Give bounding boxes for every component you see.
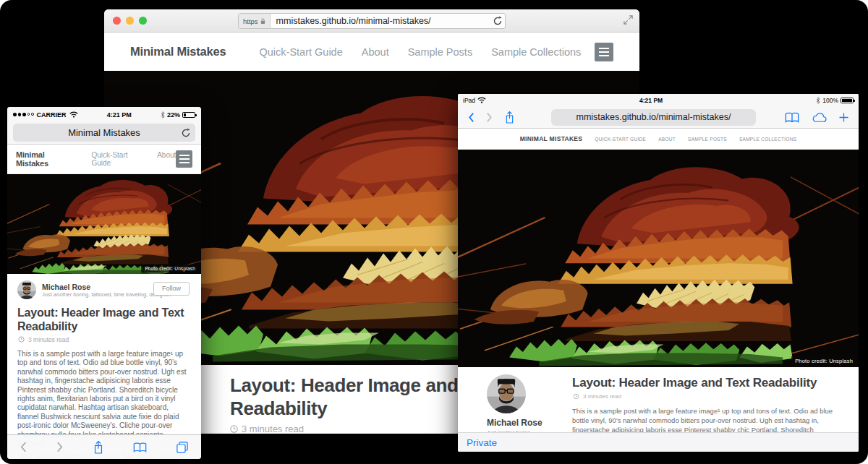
header-image: Photo credit: Unsplash xyxy=(458,150,859,367)
read-time-label: 3 minutes read xyxy=(583,393,621,400)
nav-link-quick-start[interactable]: QUICK-START GUIDE xyxy=(595,137,646,142)
desktop-site-nav: Minimal Mistakes Quick-Start Guide About… xyxy=(104,33,639,71)
battery-icon xyxy=(182,112,195,118)
bookmarks-button[interactable] xyxy=(133,442,147,452)
photo-credit-badge: Photo credit: Unsplash xyxy=(791,356,856,366)
author-avatar xyxy=(17,280,36,299)
desktop-browser-chrome: https mmistakes.github.io/minimal-mistak… xyxy=(104,9,639,33)
menu-hamburger-button[interactable] xyxy=(595,43,613,61)
zoom-window-button[interactable] xyxy=(139,17,147,25)
bluetooth-icon-wrap xyxy=(161,111,165,119)
ipad-address-field[interactable]: mmistakes.github.io/minimal-mistakes/ xyxy=(551,109,756,126)
wifi-icon xyxy=(477,97,486,103)
iphone-url-bar: Minimal Mistakes xyxy=(7,122,201,145)
close-window-button[interactable] xyxy=(113,17,121,25)
page-title-label: Minimal Mistakes xyxy=(68,127,140,138)
nav-link-about[interactable]: ABOUT xyxy=(658,137,676,142)
site-brand-link[interactable]: Minimal Mistakes xyxy=(130,45,226,59)
nav-link-quick-start[interactable]: Quick-Start Guide xyxy=(260,46,343,58)
refresh-icon xyxy=(181,128,191,138)
nav-link-sample-collections[interactable]: Sample Collections xyxy=(491,46,581,58)
site-brand-link[interactable]: MINIMAL MISTAKES xyxy=(520,135,583,142)
url-text: mmistakes.github.io/minimal-mistakes/ xyxy=(271,16,490,26)
nav-link-sample-posts[interactable]: Sample Posts xyxy=(408,46,472,58)
https-label: https xyxy=(243,17,258,25)
tabs-button[interactable] xyxy=(176,442,188,453)
window-controls xyxy=(113,17,147,25)
leaves-photo xyxy=(458,150,859,367)
private-label[interactable]: Private xyxy=(467,437,497,448)
ipad-browser-toolbar: mmistakes.github.io/minimal-mistakes/ xyxy=(458,106,859,129)
fullscreen-icon[interactable] xyxy=(624,15,633,25)
leaves-photo xyxy=(7,174,201,274)
share-button[interactable] xyxy=(93,440,104,455)
author-name: Michael Rose xyxy=(487,418,542,427)
minimize-window-button[interactable] xyxy=(126,17,134,25)
carrier-label: CARRIER xyxy=(37,111,67,119)
clock-icon xyxy=(230,425,238,433)
follow-button[interactable]: Follow xyxy=(153,282,190,296)
forward-button[interactable] xyxy=(56,442,63,452)
clock-icon-wrap xyxy=(18,336,25,343)
nav-links: Quick-Start Guide About Sample Posts Sam… xyxy=(260,46,582,58)
icloud-tabs-icon[interactable] xyxy=(811,112,827,123)
nav-link-about[interactable]: About xyxy=(362,46,389,58)
header-image: Photo credit: Unsplash xyxy=(7,174,201,274)
ipad-safari-window: iPad 4:21 PM 100% mmistake xyxy=(458,94,859,452)
wifi-icon xyxy=(69,111,78,118)
safari-bottom-toolbar xyxy=(7,434,201,459)
ipad-article: Michael Rose Just another boring, tattoo… xyxy=(458,367,859,432)
responsive-showcase: https mmistakes.github.io/minimal-mistak… xyxy=(0,0,868,464)
bluetooth-icon-wrap xyxy=(816,97,820,104)
battery-icon xyxy=(841,98,854,103)
nav-link-sample-posts[interactable]: SAMPLE POSTS xyxy=(688,137,727,142)
iphone-status-bar: CARRIER 4:21 PM 22% xyxy=(7,107,201,122)
author-row: Michael Rose Just another boring, tattoo… xyxy=(17,280,191,300)
author-sidebar: Michael Rose Just another boring, tattoo… xyxy=(477,367,552,432)
clock-icon xyxy=(18,336,25,343)
address-bar[interactable]: https mmistakes.github.io/minimal-mistak… xyxy=(238,13,506,29)
iphone-address-field[interactable]: Minimal Mistakes xyxy=(13,124,195,142)
iphone-safari-window: CARRIER 4:21 PM 22% Minimal Mistakes Min… xyxy=(7,107,201,459)
private-browsing-bar: Private xyxy=(458,432,859,452)
read-time: 3 minutes read xyxy=(17,335,191,343)
nav-link-quick-start[interactable]: Quick-Start Guide xyxy=(91,151,144,167)
site-brand-link[interactable]: Minimal Mistakes xyxy=(16,150,75,168)
bookmarks-button[interactable] xyxy=(785,112,799,123)
author-bio: Just another boring, tattooed, time trav… xyxy=(42,291,171,298)
share-button[interactable] xyxy=(504,111,515,124)
clock-icon-wrap xyxy=(573,393,579,399)
battery-percent: 22% xyxy=(167,111,180,119)
photo-credit-badge: Photo credit: Unsplash xyxy=(141,265,199,272)
author-avatar-image xyxy=(487,374,526,413)
clock-icon xyxy=(573,393,579,399)
iphone-site-nav: Minimal Mistakes Quick-Start Guide About xyxy=(7,145,201,174)
article-paragraph: This is a sample post with a large featu… xyxy=(17,350,191,448)
lock-icon xyxy=(260,18,265,25)
forward-button[interactable] xyxy=(486,112,493,123)
bluetooth-icon xyxy=(816,97,820,104)
author-name: Michael Rose xyxy=(42,283,171,291)
device-label: iPad xyxy=(463,97,475,104)
reload-button[interactable] xyxy=(179,126,193,140)
reload-button[interactable] xyxy=(490,14,505,28)
back-button[interactable] xyxy=(468,112,475,123)
nav-link-about[interactable]: About xyxy=(157,151,176,167)
signal-strength-icon xyxy=(13,113,34,116)
menu-hamburger-button[interactable] xyxy=(176,150,192,168)
author-avatar xyxy=(487,374,526,413)
refresh-icon xyxy=(493,16,503,26)
https-badge: https xyxy=(239,14,271,28)
clock-icon-wrap xyxy=(230,425,238,433)
url-text: mmistakes.github.io/minimal-mistakes/ xyxy=(576,112,731,122)
read-time: 3 minutes read xyxy=(572,392,834,400)
author-avatar-image xyxy=(17,280,36,299)
status-time: 4:21 PM xyxy=(486,97,816,104)
ipad-status-bar: iPad 4:21 PM 100% xyxy=(458,94,859,106)
back-button[interactable] xyxy=(20,442,27,452)
new-tab-button[interactable] xyxy=(839,113,848,122)
read-time-label: 3 minutes read xyxy=(28,336,69,343)
read-time-label: 3 minutes read xyxy=(242,424,304,434)
status-time: 4:21 PM xyxy=(78,111,161,119)
nav-link-sample-collections[interactable]: SAMPLE COLLECTIONS xyxy=(739,137,796,142)
